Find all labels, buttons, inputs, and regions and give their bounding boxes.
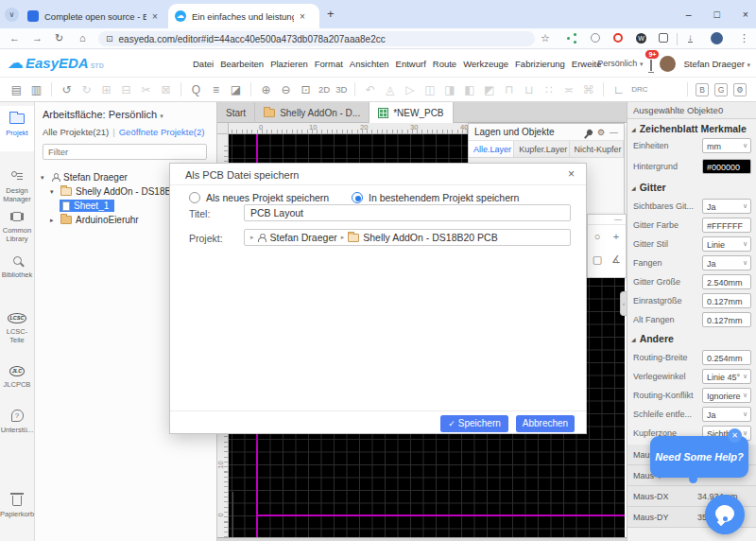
move-tool-icon[interactable]: +	[607, 225, 626, 248]
view-3d-button[interactable]: 3D	[335, 84, 347, 95]
menu-erweitert[interactable]: Erweitert	[572, 59, 601, 69]
gerber-button[interactable]: G	[714, 83, 728, 96]
forward-icon[interactable]: →	[32, 32, 43, 44]
zoom-fit-button[interactable]: ⊡	[299, 83, 313, 96]
abbrechen-button[interactable]: Abbrechen	[516, 415, 575, 432]
download-icon[interactable]: ↓	[688, 33, 693, 43]
alt-fangen-input[interactable]: 0.127mm	[702, 312, 751, 327]
undo-button[interactable]: ↺	[60, 83, 74, 96]
speichern-button[interactable]: ✓Speichern	[440, 415, 508, 432]
rect-tool-icon[interactable]: ▢	[588, 248, 607, 270]
menu-ansichten[interactable]: Ansichten	[350, 59, 389, 69]
drc-button[interactable]: DRC	[631, 85, 647, 94]
browser-tab-inactive[interactable]: Complete open source - EasyE ×	[21, 4, 166, 28]
routing-konflikt-select[interactable]: Ignoriere∨	[702, 388, 751, 403]
tab-close-icon[interactable]: ×	[300, 11, 305, 22]
bookmark-star-icon[interactable]: ☆	[541, 32, 550, 44]
gitter-groesse-input[interactable]: 2.540mm	[702, 274, 751, 289]
sichtbares-gitter-select[interactable]: Ja∨	[702, 199, 751, 214]
pin-icon[interactable]	[586, 128, 593, 135]
minimize-icon[interactable]: —	[610, 128, 618, 137]
layers-tab-copper[interactable]: Kupfer.Layer	[514, 141, 569, 157]
address-bar[interactable]: ⊡ easyeda.com/editor#id=44acc40e500a473d…	[98, 31, 535, 46]
caret-icon[interactable]: ▸	[341, 234, 345, 241]
back-icon[interactable]: ←	[9, 32, 20, 44]
einrastgroesse-input[interactable]: 0.127mm	[702, 293, 751, 308]
browser-avatar[interactable]	[711, 32, 723, 44]
user-avatar[interactable]	[660, 56, 676, 72]
group-button[interactable]: ⌘	[581, 83, 595, 96]
window-minimize-button[interactable]: –	[686, 9, 692, 20]
sidebar-item-lcsc-teile[interactable]: LCSC LCSC- Teile	[0, 306, 34, 344]
menu-datei[interactable]: Datei	[193, 59, 214, 69]
section-andere[interactable]: ◢Andere	[627, 329, 756, 348]
tab-start[interactable]: Start	[217, 102, 255, 123]
caret-icon[interactable]: ▸	[250, 234, 254, 241]
sidebar-item-design-manager[interactable]: Design Manager	[0, 168, 34, 203]
browser-menu-icon[interactable]: ⋮	[739, 32, 749, 44]
menu-werkzeuge[interactable]: Werkzeuge	[463, 59, 508, 69]
align-bottom-button[interactable]: ◩	[482, 83, 496, 96]
share-extension-icon[interactable]	[567, 33, 576, 43]
notifications-button[interactable]: 9+	[650, 55, 652, 72]
menu-plazieren[interactable]: Plazieren	[270, 59, 308, 69]
radio-existing-project[interactable]: In bestehendem Projekt speichern	[352, 192, 519, 203]
adblock-extension-icon[interactable]	[613, 33, 623, 43]
distribute-v-button[interactable]: ⊔	[522, 83, 536, 96]
zoom-in-button[interactable]: ⊕	[259, 83, 273, 96]
panel-collapse-handle[interactable]: ‹	[620, 291, 627, 316]
radio-icon[interactable]	[189, 192, 200, 203]
open-projects-link[interactable]: Geöffnete Projekte(2)	[119, 127, 205, 137]
easyeda-logo[interactable]: ☁ EasyEDA STD	[8, 53, 104, 73]
schleife-select[interactable]: Ja∨	[702, 407, 751, 422]
duplicate-button[interactable]: ⊟	[119, 83, 133, 96]
spacing-button[interactable]: ≍	[561, 83, 576, 96]
chat-button[interactable]	[705, 495, 745, 534]
user-menu[interactable]: Stefan Draeger ▾	[683, 59, 750, 69]
expander-icon[interactable]: ▾	[50, 188, 57, 196]
find-similar-button[interactable]: ≡	[209, 83, 223, 96]
sidebar-item-papierkorb[interactable]: Papierkorb	[0, 492, 34, 518]
delete-button[interactable]: ⊠	[159, 83, 173, 96]
menu-route[interactable]: Route	[433, 59, 456, 69]
notifier-extension-icon[interactable]	[591, 33, 600, 43]
window-close-button[interactable]: ×	[743, 9, 748, 20]
gitter-stil-select[interactable]: Linie∨	[702, 236, 751, 252]
workspace-dropdown[interactable]: Arbeitsfläche: Persönlich ▾	[43, 109, 163, 120]
sidebar-item-common-library[interactable]: Common Library	[0, 208, 34, 243]
run-button[interactable]: ▷	[403, 83, 417, 96]
layers-tab-all[interactable]: Alle.Layer	[469, 141, 514, 157]
home-icon[interactable]: ⌂	[79, 32, 86, 44]
site-info-icon[interactable]: ⊡	[106, 34, 113, 44]
radio-icon-selected[interactable]	[352, 192, 363, 203]
wordpress-extension-icon[interactable]: W	[636, 33, 646, 44]
filter-input[interactable]	[43, 144, 207, 160]
new-tab-button[interactable]: +	[327, 7, 335, 21]
redo-button[interactable]: ↻	[79, 83, 94, 96]
menu-fabrizierung[interactable]: Fabrizierung	[515, 59, 565, 69]
menu-bearbeiten[interactable]: Bearbeiten	[220, 59, 264, 69]
dimension-tool-icon[interactable]: ∡	[607, 248, 626, 270]
circle-tool-icon[interactable]: ○	[588, 225, 607, 248]
cut-button[interactable]: ✂	[139, 83, 153, 96]
flip-button[interactable]: ◬	[383, 83, 397, 96]
routing-breite-input[interactable]: 0.254mm	[702, 350, 751, 365]
verlegewinkel-select[interactable]: Linie 45°∨	[702, 369, 751, 384]
tab-search-button[interactable]: ∨	[5, 8, 19, 22]
sidebar-item-unterstuetzung[interactable]: ? Unterstü...	[0, 405, 34, 434]
expander-icon[interactable]: ▾	[41, 174, 47, 182]
reload-icon[interactable]: ↻	[55, 32, 63, 44]
browser-tab-active[interactable]: ☁ Ein einfaches und leistungsstar ×	[168, 4, 319, 28]
titel-input[interactable]	[244, 204, 571, 221]
gear-icon[interactable]: ⚙	[597, 128, 605, 137]
minimize-icon[interactable]: —	[588, 215, 626, 225]
align-right-button[interactable]: ◨	[442, 83, 456, 96]
bom-button[interactable]: B	[696, 83, 709, 96]
sidebar-item-bibliothek[interactable]: Bibliothek	[0, 252, 34, 279]
settings-button[interactable]: ⚙	[733, 83, 747, 96]
all-projects-link[interactable]: Alle Projekte(21)	[43, 127, 109, 137]
rotate-button[interactable]: ↶	[363, 83, 377, 96]
gitter-farbe-input[interactable]: #FFFFFF	[702, 218, 751, 233]
zoom-out-button[interactable]: ⊖	[279, 83, 293, 96]
window-maximize-button[interactable]: □	[714, 9, 720, 20]
